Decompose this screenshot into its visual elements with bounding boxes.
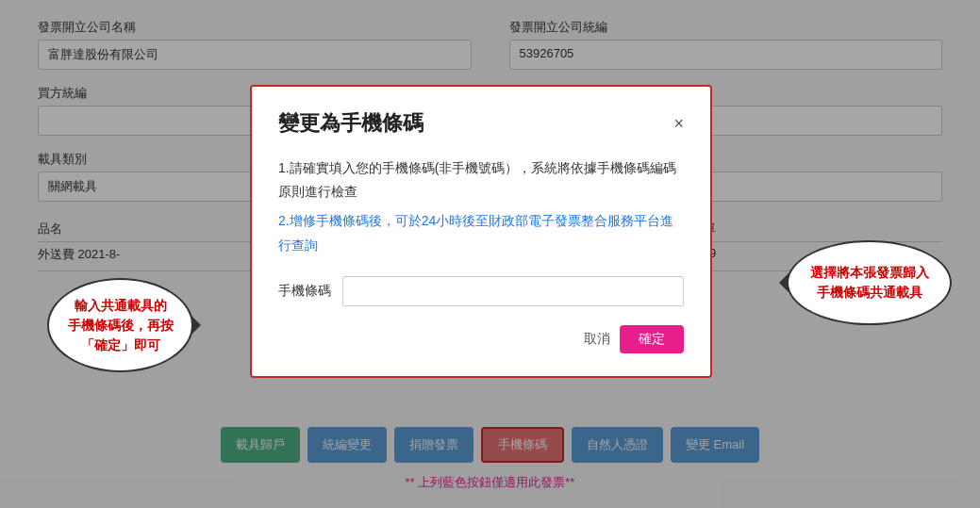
modal-note1: 1.請確實填入您的手機條碼(非手機號碼），系統將依據手機條碼編碼原則進行檢查 [278,156,684,204]
speech-bubble-left: 輸入共通載具的 手機條碼後，再按 「確定」即可 [47,278,193,372]
modal-title: 變更為手機條碼 [278,109,424,138]
speech-bubble-right: 選擇將本張發票歸入 手機條碼共通載具 [787,240,952,325]
confirm-button[interactable]: 確定 [620,325,684,353]
modal-note2[interactable]: 2.增修手機條碼後，可於24小時後至財政部電子發票整合服務平台進行查詢 [278,209,684,256]
modal-actions: 取消 確定 [278,325,684,353]
modal-body: 1.請確實填入您的手機條碼(非手機號碼），系統將依據手機條碼編碼原則進行檢查 2… [278,156,684,257]
modal-field-row: 手機條碼 [278,276,684,306]
cancel-button[interactable]: 取消 [584,325,610,353]
modal-change-carrier: 變更為手機條碼 × 1.請確實填入您的手機條碼(非手機號碼），系統將依據手機條碼… [250,85,712,378]
modal-header: 變更為手機條碼 × [278,109,684,138]
modal-close-button[interactable]: × [673,114,684,134]
phone-carrier-label: 手機條碼 [278,283,331,300]
phone-carrier-input[interactable] [342,276,684,306]
